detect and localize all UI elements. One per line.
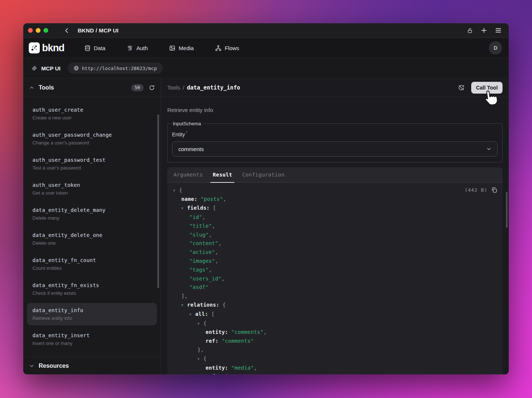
result-tabs: ArgumentsResultConfiguration — [167, 167, 503, 183]
entity-select[interactable]: comments — [172, 142, 498, 157]
tools-section-header[interactable]: Tools 50 — [23, 78, 161, 97]
input-schema-legend: InputSchema — [171, 121, 203, 126]
collapse-triangle-icon[interactable]: ▼ — [181, 204, 187, 213]
lock-open-icon[interactable] — [467, 28, 473, 34]
tab-arguments[interactable]: Arguments — [174, 167, 203, 182]
json-viewer: (442 B) ▼{name: "posts",▼fields: ["id","… — [167, 183, 503, 374]
tool-list-item[interactable]: data_entity_infoRetrieve entity info — [27, 303, 157, 325]
collapse-triangle-icon[interactable]: ▼ — [189, 310, 195, 319]
nav-tab-data[interactable]: Data — [84, 45, 106, 51]
nav-tab-auth[interactable]: Auth — [127, 45, 148, 51]
nav-tab-label: Auth — [136, 45, 148, 51]
tool-description: Insert one or many — [32, 341, 151, 346]
json-line: "content", — [173, 239, 497, 248]
tool-detail-header: Tools / data_entity_info Call Tool — [161, 78, 509, 97]
chevron-down-icon — [29, 363, 34, 369]
collapse-triangle-icon[interactable]: ▼ — [197, 355, 203, 364]
tab-result[interactable]: Result — [213, 167, 232, 182]
mouse-cursor-pointer — [481, 89, 499, 108]
server-url: http://localhost:28623/mcp — [82, 66, 157, 71]
tool-list-item[interactable]: data_entity_delete_oneDelete one — [27, 228, 157, 250]
mcp-bar: MCP UI http://localhost:28623/mcp — [23, 58, 509, 78]
main-scrollbar[interactable] — [506, 192, 508, 228]
tool-list-item[interactable]: auth_user_password_testTest a user's pas… — [27, 153, 157, 175]
json-line: "slug", — [173, 231, 497, 240]
refresh-tools-icon[interactable] — [149, 85, 155, 91]
tool-name: data_entity_delete_many — [32, 207, 151, 213]
tab-configuration[interactable]: Configuration — [242, 167, 284, 182]
nav-tab-label: Flows — [225, 45, 239, 51]
desktop-wallpaper: BKND / MCP UI — [0, 0, 532, 398]
json-line: "active", — [173, 248, 497, 257]
bknd-logo-icon — [29, 42, 40, 53]
menu-icon[interactable] — [495, 28, 501, 33]
zoom-window-button[interactable] — [43, 28, 48, 33]
nav-tab-media[interactable]: Media — [169, 45, 194, 51]
collapse-triangle-icon[interactable]: ▼ — [197, 320, 203, 328]
tool-list-item[interactable]: auth_user_tokenGet a user token — [27, 178, 157, 200]
tool-name: data_entity_fn_count — [32, 257, 151, 263]
tool-name: auth_user_token — [32, 182, 151, 188]
tool-description: Create a new user — [32, 115, 151, 121]
tools-sidebar: Tools 50 auth_user_createCreate a new us… — [23, 78, 161, 374]
close-window-button[interactable] — [28, 28, 33, 33]
collapse-triangle-icon[interactable]: ▼ — [181, 301, 187, 310]
nav-tab-label: Media — [179, 45, 194, 51]
nav-tab-label: Data — [94, 45, 106, 51]
json-line: "id", — [173, 213, 497, 222]
mcp-ui-label: MCP UI — [41, 65, 60, 71]
globe-icon — [74, 66, 79, 71]
brand-wordmark: bknd — [42, 42, 64, 54]
new-tab-icon[interactable] — [481, 27, 487, 34]
json-line: ▼{ — [173, 355, 497, 364]
tool-name: auth_user_password_change — [32, 132, 151, 138]
traffic-lights — [28, 28, 48, 33]
nav-tabs: Data Auth Media Flows — [84, 45, 239, 51]
tool-list-item[interactable]: data_entity_insertInsert one or many — [27, 328, 157, 350]
breadcrumb-tools[interactable]: Tools — [167, 84, 180, 91]
tool-name: data_entity_fn_exists — [32, 282, 151, 289]
layers-icon — [31, 65, 37, 71]
tool-description: Change a user's password — [32, 140, 151, 146]
minimize-window-button[interactable] — [36, 28, 41, 33]
tools-section-title: Tools — [39, 84, 54, 91]
tool-description: Check if entity exists — [32, 290, 151, 296]
tool-list: auth_user_createCreate a new userauth_us… — [23, 97, 161, 357]
json-line: ▼{ — [173, 186, 497, 195]
json-line: ref: "images" — [173, 372, 497, 374]
tool-description: Delete many — [32, 215, 151, 221]
json-line: }, — [173, 346, 497, 355]
tool-list-item[interactable]: data_entity_fn_existsCheck if entity exi… — [27, 278, 157, 300]
tool-list-item[interactable]: auth_user_password_changeChange a user's… — [27, 128, 157, 150]
chevron-up-icon — [29, 85, 34, 90]
copy-icon[interactable] — [491, 187, 497, 193]
tool-list-item[interactable]: data_entity_delete_manyDelete many — [27, 203, 157, 225]
tool-description: Retrieve entity info — [32, 315, 151, 321]
brand-logo[interactable]: bknd — [29, 42, 64, 54]
fingerprint-icon — [127, 45, 133, 51]
tool-list-item[interactable]: data_entity_fn_countCount entities — [27, 253, 157, 275]
json-line: "title", — [173, 222, 497, 231]
json-line: ▼fields: [ — [173, 204, 497, 213]
tool-list-item[interactable]: auth_user_createCreate a new user — [27, 102, 157, 125]
json-line: "tags", — [173, 266, 497, 275]
tools-count-badge: 50 — [131, 84, 144, 91]
nav-tab-flows[interactable]: Flows — [215, 45, 239, 51]
user-avatar[interactable]: D — [489, 41, 502, 55]
input-schema-fieldset: InputSchema Entity* comments — [167, 121, 503, 163]
json-line: name: "posts", — [173, 195, 497, 204]
json-line: entity: "media", — [173, 364, 497, 373]
sidebar-scrollbar[interactable] — [157, 114, 159, 288]
server-url-pill[interactable]: http://localhost:28623/mcp — [68, 63, 163, 74]
entity-select-value: comments — [178, 146, 204, 152]
back-icon[interactable] — [64, 28, 70, 34]
image-icon — [169, 45, 175, 51]
collapse-triangle-icon[interactable]: ▼ — [173, 186, 179, 195]
history-off-icon[interactable] — [458, 84, 465, 91]
database-icon — [84, 45, 91, 51]
tool-description: Retrieve entity info — [167, 107, 503, 114]
json-line: "users_id", — [173, 275, 497, 283]
tool-name: auth_user_password_test — [32, 157, 151, 163]
window-title: BKND / MCP UI — [78, 27, 119, 34]
resources-section-header[interactable]: Resources — [23, 357, 161, 374]
